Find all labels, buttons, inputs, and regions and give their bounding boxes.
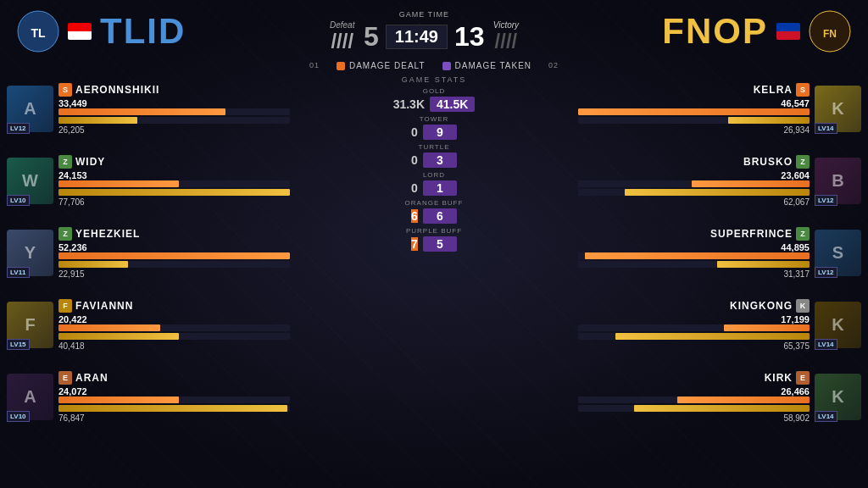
damage-dealt-bar: 24,153 [58,170,290,187]
tlid-logo: TL [17,10,59,53]
player-name: ARAN [75,372,108,384]
damage-taken-bar: 77,706 [58,189,290,207]
role-icon: E [796,371,810,385]
player-name: BRUSKO [743,156,793,168]
taken-dot [442,62,451,70]
level-badge: LV10 [7,411,30,422]
player-avatar: Y LV11 [7,230,53,276]
defeat-label: Defeat [330,20,354,30]
role-icon: K [796,299,810,313]
fnop-logo: FN [809,10,851,53]
player-info: Z SUPERFRINCE 44,895 31,317 [573,227,815,279]
legend-damage-taken: DAMAGE TAKEN [442,61,532,70]
player-avatar: S LV12 [815,230,861,276]
taken-value: 62,067 [578,197,810,207]
dealt-value: 46,547 [578,98,810,108]
stat-tower: TOWER 0 9 [303,115,565,140]
level-badge: LV12 [815,267,837,278]
legend-taken-label: DAMAGE TAKEN [455,61,532,70]
dealt-value: 17,199 [578,314,810,324]
team-name-left: TLID [100,11,186,52]
stat-lord: LORD 0 1 [303,171,565,196]
svg-text:FN: FN [823,28,837,40]
taken-value: 22,915 [58,269,290,279]
level-badge: LV12 [815,195,837,206]
level-badge: LV10 [7,195,30,206]
player-row: A LV10 E ARAN 24,072 76,847 [7,362,295,431]
dealt-value: 24,153 [58,170,290,180]
dealt-value: 23,604 [578,170,810,180]
damage-taken-bar: 22,915 [58,261,290,279]
dealt-value: 52,236 [58,242,290,252]
game-stats-label: GAME STATS [303,75,565,84]
player-info: Z BRUSKO 23,604 62,067 [573,155,815,207]
player-name: FAVIANNN [75,300,133,312]
player-info: K KINGKONG 17,199 65,375 [573,299,815,351]
player-avatar: B LV12 [815,158,861,204]
player-info: F FAVIANNN 20,422 40,418 [53,299,295,351]
stat-turtle: TURTLE 0 3 [303,143,565,168]
player-name: SUPERFRINCE [710,228,793,240]
player-avatar: A LV12 [7,86,53,132]
stat-orange-buff: ORANGE BUFF 6 6 [303,199,565,224]
taken-value: 26,934 [578,125,810,135]
taken-value: 31,317 [578,269,810,279]
damage-taken-bar: 31,317 [578,261,810,279]
damage-taken-bar: 65,375 [578,333,810,351]
damage-dealt-bar: 20,422 [58,314,290,331]
main-area: A LV12 S AERONNSHIKII 33,449 26,205 W LV… [0,74,868,488]
main-content: TL TLID GAME TIME Defeat //// 5 11:49 13… [0,0,868,488]
slash-right: //// [492,30,521,53]
level-badge: LV15 [7,339,30,350]
player-name: KIRK [765,372,793,384]
damage-taken-bar: 58,902 [578,405,810,423]
player-info: S AERONNSHIKII 33,449 26,205 [53,83,295,135]
player-row: A LV12 S AERONNSHIKII 33,449 26,205 [7,74,295,143]
level-badge: LV14 [815,339,837,350]
player-row: K LV14 S KELRA 46,547 26,934 [573,74,861,143]
player-info: Z YEHEZKIEL 52,236 22,915 [53,227,295,279]
dealt-value: 26,466 [578,386,810,396]
players-right: K LV14 S KELRA 46,547 26,934 B LV12 Z BR… [573,74,861,488]
role-icon: F [58,299,72,313]
players-left: A LV12 S AERONNSHIKII 33,449 26,205 W LV… [7,74,295,488]
dealt-value: 33,449 [58,98,290,108]
damage-dealt-bar: 33,449 [58,98,290,115]
player-avatar: K LV14 [815,86,861,132]
player-row: B LV12 Z BRUSKO 23,604 62,067 [573,146,861,215]
role-icon: E [58,371,72,385]
player-info: S KELRA 46,547 26,934 [573,83,815,135]
damage-taken-bar: 26,934 [578,117,810,135]
player-name: AERONNSHIKII [75,84,159,96]
role-icon: Z [796,227,810,241]
role-icon: S [58,83,72,97]
player-avatar: F LV15 [7,302,53,348]
role-icon: Z [796,155,810,169]
player-name: YEHEZKIEL [75,228,140,240]
header: TL TLID GAME TIME Defeat //// 5 11:49 13… [0,0,868,59]
role-icon: Z [58,155,72,169]
level-badge: LV14 [815,411,837,422]
score-left: 5 [364,21,379,53]
player-row: K LV14 K KINGKONG 17,199 65,375 [573,290,861,359]
player-info: E KIRK 26,466 58,902 [573,371,815,423]
damage-dealt-bar: 17,199 [578,314,810,331]
center-stats: GAME STATS GOLD 31.3K 41.5K TOWER 0 9 TU… [295,74,573,488]
damage-taken-bar: 40,418 [58,333,290,351]
dealt-value: 24,072 [58,386,290,396]
flag-philippines [776,23,800,40]
level-badge: LV14 [815,123,837,134]
dealt-value: 20,422 [58,314,290,324]
taken-value: 76,847 [58,413,290,423]
slash-left: //// [327,30,357,53]
player-row: Y LV11 Z YEHEZKIEL 52,236 22,915 [7,218,295,287]
damage-dealt-bar: 24,072 [58,386,290,403]
role-icon: S [796,83,810,97]
taken-value: 26,205 [58,125,290,135]
player-name: KINGKONG [730,300,793,312]
damage-taken-bar: 76,847 [58,405,290,423]
player-info: Z WIDY 24,153 77,706 [53,155,295,207]
legend-damage-dealt: DAMAGE DEALT [337,61,426,70]
dealt-dot [337,62,345,70]
player-info: E ARAN 24,072 76,847 [53,371,295,423]
